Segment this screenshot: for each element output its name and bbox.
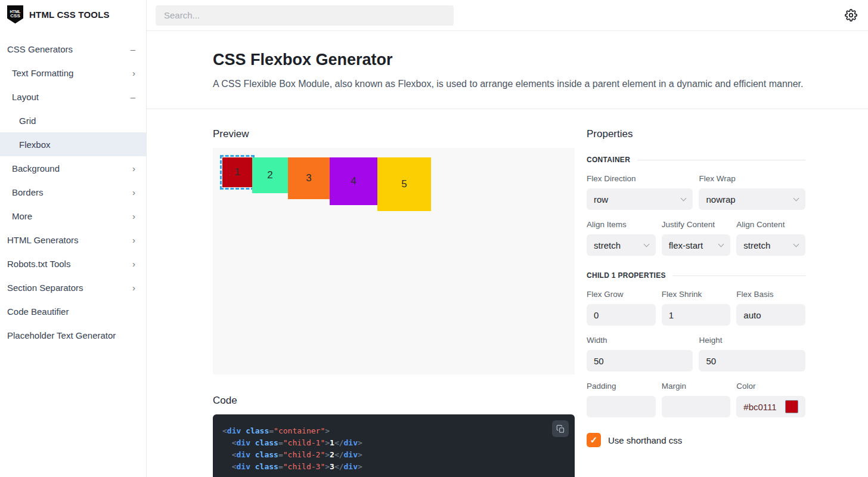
sidebar-item-html-generators[interactable]: HTML Generators› bbox=[0, 228, 146, 252]
flex-direction-select[interactable]: row bbox=[587, 188, 693, 210]
preview-and-code-column: Preview 12345 Code <div class="container… bbox=[213, 128, 575, 477]
app: HTML CSS HTML CSS TOOLS CSS Generators–T… bbox=[0, 0, 868, 477]
sidebar-item-code-beautifier[interactable]: Code Beautifier bbox=[0, 299, 146, 323]
sidebar-item-borders[interactable]: Borders› bbox=[0, 180, 146, 204]
field-value: 0 bbox=[594, 310, 599, 320]
sidebar-item-placeholder-text-generator[interactable]: Placeholder Text Generator bbox=[0, 323, 146, 347]
sidebar-item-label: Robots.txt Tools bbox=[7, 259, 70, 269]
field-label: Height bbox=[699, 336, 805, 345]
sidebar-item-text-formatting[interactable]: Text Formatting› bbox=[0, 61, 146, 85]
sidebar-item-label: Borders bbox=[12, 187, 44, 197]
section-header-container: CONTAINER bbox=[587, 156, 805, 164]
field-label: Align Items bbox=[587, 220, 656, 229]
use-shorthand-css-checkbox-row[interactable]: ✓ Use shorthand css bbox=[587, 433, 805, 447]
preview-box-1[interactable]: 1 bbox=[222, 157, 252, 187]
flex-wrap-select[interactable]: nowrap bbox=[699, 188, 805, 210]
sidebar-item-background[interactable]: Background› bbox=[0, 156, 146, 180]
logo[interactable]: HTML CSS HTML CSS TOOLS bbox=[0, 0, 146, 29]
code-block: <div class="container"> <div class="chil… bbox=[213, 414, 575, 477]
sidebar-item-robots-txt-tools[interactable]: Robots.txt Tools› bbox=[0, 252, 146, 275]
code-heading: Code bbox=[213, 395, 575, 407]
copy-button[interactable] bbox=[552, 420, 569, 437]
field-flex-wrap: Flex Wrapnowrap bbox=[699, 174, 805, 210]
sidebar-item-label: Flexbox bbox=[19, 140, 51, 150]
chevron-right-icon: › bbox=[132, 283, 135, 293]
sidebar-item-label: Code Beautifier bbox=[7, 306, 69, 317]
justify-content-select[interactable]: flex-start bbox=[662, 234, 731, 256]
field-align-items: Align Itemsstretch bbox=[587, 220, 656, 256]
flex-grow-input[interactable]: 0 bbox=[587, 304, 656, 326]
preview-heading: Preview bbox=[213, 128, 575, 140]
logo-text: HTML CSS TOOLS bbox=[29, 10, 110, 20]
sidebar-item-label: HTML Generators bbox=[7, 235, 78, 245]
margin-input[interactable] bbox=[662, 396, 731, 417]
fields-grid: Flex Grow0Flex Shrink1Flex BasisautoWidt… bbox=[587, 290, 805, 417]
search-input[interactable] bbox=[156, 5, 454, 26]
sidebar-item-grid[interactable]: Grid bbox=[0, 109, 146, 132]
checkbox-checked-icon[interactable]: ✓ bbox=[587, 433, 601, 447]
chevron-right-icon: › bbox=[132, 211, 135, 221]
page-description: A CSS Flexible Box Module, also known as… bbox=[213, 77, 805, 91]
preview-box-3[interactable]: 3 bbox=[288, 157, 330, 199]
padding-input[interactable] bbox=[587, 396, 656, 417]
section-title: CONTAINER bbox=[587, 156, 630, 164]
field-value: auto bbox=[743, 310, 761, 320]
preview-panel: 12345 bbox=[213, 148, 575, 374]
preview-box-5[interactable]: 5 bbox=[377, 157, 431, 211]
sidebar-item-label: CSS Generators bbox=[7, 44, 73, 54]
field-value: row bbox=[594, 194, 608, 205]
sidebar-item-section-separators[interactable]: Section Separators› bbox=[0, 275, 146, 299]
section-divider-line bbox=[673, 275, 805, 276]
page-intro: CSS Flexbox Generator A CSS Flexible Box… bbox=[147, 31, 868, 109]
sidebar-item-label: Section Separators bbox=[7, 283, 83, 293]
field-label: Padding bbox=[587, 382, 656, 391]
sidebar-item-label: Placeholder Text Generator bbox=[7, 330, 116, 340]
chevron-down-icon bbox=[793, 196, 799, 202]
section-divider-line bbox=[637, 160, 805, 160]
preview-box-2[interactable]: 2 bbox=[252, 157, 288, 193]
align-content-select[interactable]: stretch bbox=[736, 234, 805, 256]
field-flex-basis: Flex Basisauto bbox=[736, 290, 805, 326]
minus-icon: – bbox=[131, 44, 135, 54]
sidebar-item-more[interactable]: More› bbox=[0, 204, 146, 228]
field-margin: Margin bbox=[662, 382, 731, 417]
fields-grid: Flex DirectionrowFlex WrapnowrapAlign It… bbox=[587, 174, 805, 256]
field-align-content: Align Contentstretch bbox=[736, 220, 805, 256]
field-value: 1 bbox=[669, 310, 674, 320]
field-label: Justify Content bbox=[662, 220, 731, 229]
chevron-right-icon: › bbox=[132, 68, 135, 78]
code-content: <div class="container"> <div class="chil… bbox=[222, 425, 565, 473]
copy-icon bbox=[556, 425, 565, 433]
properties-column: Properties CONTAINERFlex DirectionrowFle… bbox=[587, 128, 805, 477]
flex-basis-input[interactable]: auto bbox=[736, 304, 805, 326]
field-label: Width bbox=[587, 336, 693, 345]
align-items-select[interactable]: stretch bbox=[587, 234, 656, 256]
sidebar-item-layout[interactable]: Layout– bbox=[0, 85, 146, 109]
sidebar-item-flexbox[interactable]: Flexbox bbox=[0, 132, 146, 156]
field-flex-direction: Flex Directionrow bbox=[587, 174, 693, 210]
code-line: <div class="container"> bbox=[222, 425, 565, 437]
chevron-down-icon bbox=[681, 196, 687, 202]
field-label: Flex Direction bbox=[587, 174, 693, 183]
sidebar-item-css-generators[interactable]: CSS Generators– bbox=[0, 37, 146, 61]
flex-shrink-input[interactable]: 1 bbox=[662, 304, 731, 326]
chevron-down-icon bbox=[718, 241, 724, 247]
section-title: CHILD 1 PROPERTIES bbox=[587, 271, 666, 280]
code-line: <div class="child-2">2</div> bbox=[222, 449, 565, 461]
width-input[interactable]: 50 bbox=[587, 350, 693, 371]
section-header-child-1-properties: CHILD 1 PROPERTIES bbox=[587, 271, 805, 280]
sidebar-item-label: Layout bbox=[12, 92, 39, 102]
sidebar-item-label: Grid bbox=[19, 116, 36, 126]
gear-icon bbox=[845, 9, 857, 21]
color-swatch[interactable] bbox=[785, 400, 798, 413]
field-value: 50 bbox=[594, 356, 604, 366]
sidebar-item-label: Text Formatting bbox=[12, 68, 73, 78]
field-label: Flex Basis bbox=[736, 290, 805, 299]
field-label: Flex Grow bbox=[587, 290, 656, 299]
preview-box-4[interactable]: 4 bbox=[330, 157, 377, 205]
height-input[interactable]: 50 bbox=[699, 350, 805, 371]
color-color-input[interactable]: #bc0111 bbox=[736, 396, 805, 417]
settings-button[interactable] bbox=[845, 9, 857, 21]
chevron-right-icon: › bbox=[132, 163, 135, 174]
field-height: Height50 bbox=[699, 336, 805, 371]
